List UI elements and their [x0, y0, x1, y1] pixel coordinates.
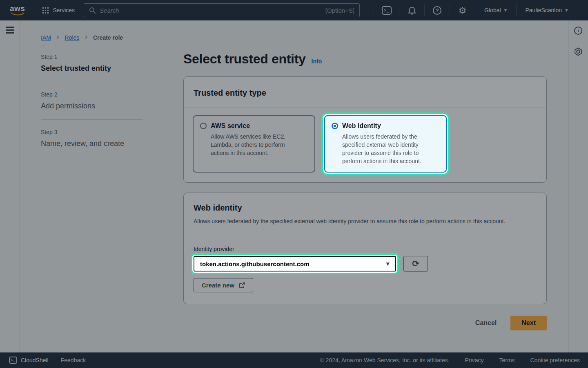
- web-identity-card: Web identity Allows users federated by t…: [183, 193, 547, 304]
- search-shortcut-hint: [Option+S]: [325, 7, 354, 14]
- top-navigation-bar: aws Services [Option+S] >_: [0, 0, 588, 20]
- aws-smile-icon: [10, 12, 25, 16]
- feedback-link[interactable]: Feedback: [61, 357, 86, 364]
- right-rail: i: [568, 20, 588, 352]
- step-label: Step 3: [41, 129, 143, 135]
- topbar-actions: >_ ? ⚙ Global ▼ PaulieScanlon ▼: [374, 0, 577, 20]
- cookie-preferences-link[interactable]: Cookie preferences: [530, 357, 580, 364]
- cloudshell-button[interactable]: >_: [374, 0, 399, 20]
- terms-link[interactable]: Terms: [499, 357, 514, 364]
- notifications-button[interactable]: [399, 0, 424, 20]
- breadcrumb-current: Create role: [93, 34, 123, 41]
- divider: [41, 119, 143, 120]
- aws-logo-text: aws: [10, 4, 25, 12]
- entity-option-description: Allow AWS services like EC2, Lambda, or …: [211, 132, 302, 157]
- step-title: Add permissions: [41, 102, 143, 110]
- wizard-step-3: Step 3 Name, review, and create: [41, 129, 143, 148]
- help-button[interactable]: ?: [425, 0, 450, 20]
- services-menu-button[interactable]: Services: [42, 7, 75, 13]
- card-header: Trusted entity type: [184, 77, 546, 108]
- radio-selected[interactable]: [332, 123, 338, 129]
- wizard-step-2: Step 2 Add permissions: [41, 91, 143, 110]
- search-input[interactable]: [100, 7, 322, 14]
- next-button[interactable]: Next: [510, 316, 547, 330]
- create-new-provider-button[interactable]: Create new: [194, 278, 253, 292]
- wizard-step-1: Step 1 Select trusted entity: [41, 54, 143, 73]
- aws-logo[interactable]: aws: [10, 4, 25, 16]
- main-content: IAM › Roles › Create role Step 1 Select …: [20, 20, 568, 352]
- chevron-down-icon: ▼: [386, 261, 390, 267]
- identity-provider-label: Identity provider: [194, 246, 537, 252]
- identity-provider-select[interactable]: token.actions.githubusercontent.com ▼: [194, 256, 396, 272]
- region-selector[interactable]: Global ▼: [475, 0, 516, 20]
- entity-option-aws-service[interactable]: AWS service Allow AWS services like EC2,…: [193, 115, 315, 173]
- card-description: Allows users federated by the specified …: [194, 217, 520, 226]
- footer-cloudshell-button[interactable]: >_ CloudShell: [9, 357, 49, 364]
- account-menu[interactable]: PaulieScanlon ▼: [517, 0, 577, 20]
- step-label: Step 1: [41, 54, 143, 60]
- cloudshell-label: CloudShell: [21, 357, 49, 364]
- left-rail: [0, 20, 20, 352]
- region-label: Global: [484, 7, 501, 13]
- search-icon: [89, 7, 96, 14]
- entity-option-description: Allows users federated by the specified …: [342, 132, 434, 165]
- privacy-link[interactable]: Privacy: [465, 357, 484, 364]
- create-new-label: Create new: [202, 282, 234, 289]
- page-title: Select trusted entity: [183, 52, 306, 67]
- info-link[interactable]: Info: [312, 58, 322, 65]
- divider: [34, 3, 34, 17]
- card-title: Web identity: [194, 203, 537, 213]
- radio-unselected[interactable]: [200, 123, 207, 129]
- breadcrumb-separator-icon: ›: [85, 33, 88, 42]
- step-title: Select trusted entity: [41, 64, 143, 73]
- divider: [41, 82, 143, 82]
- step-title: Name, review, and create: [41, 139, 143, 148]
- account-label: PaulieScanlon: [526, 7, 562, 13]
- entity-option-web-identity[interactable]: Web identity Allows users federated by t…: [324, 115, 447, 173]
- grid-icon: [42, 7, 49, 13]
- cancel-button[interactable]: Cancel: [475, 319, 497, 327]
- resources-panel-button[interactable]: [568, 41, 588, 62]
- search-box[interactable]: [Option+S]: [84, 3, 360, 17]
- settings-button[interactable]: ⚙: [450, 0, 475, 20]
- refresh-icon: ⟳: [412, 259, 419, 269]
- entity-option-label: Web identity: [342, 122, 381, 130]
- hexagon-icon: [574, 47, 583, 56]
- terminal-icon: >_: [9, 357, 17, 364]
- hamburger-menu-icon[interactable]: [6, 27, 20, 34]
- breadcrumb-roles-link[interactable]: Roles: [65, 34, 80, 41]
- trusted-entity-type-card: Trusted entity type AWS service Allow AW…: [183, 76, 547, 183]
- chevron-down-icon: ▼: [504, 8, 507, 12]
- help-icon: ?: [433, 6, 441, 15]
- card-title: Trusted entity type: [194, 88, 537, 98]
- chevron-down-icon: ▼: [565, 8, 568, 12]
- copyright-text: © 2024, Amazon Web Services, Inc. or its…: [320, 357, 449, 364]
- card-header: Web identity Allows users federated by t…: [184, 193, 546, 235]
- breadcrumb-separator-icon: ›: [56, 33, 60, 42]
- bell-icon: [408, 6, 416, 15]
- breadcrumb: IAM › Roles › Create role: [41, 33, 123, 42]
- wizard-content: Select trusted entity Info Trusted entit…: [183, 49, 547, 330]
- info-icon: i: [574, 27, 582, 35]
- breadcrumb-iam-link[interactable]: IAM: [41, 34, 51, 41]
- info-panel-button[interactable]: i: [568, 20, 588, 41]
- external-link-icon: [239, 282, 245, 288]
- wizard-steps: Step 1 Select trusted entity Step 2 Add …: [41, 54, 143, 148]
- refresh-button[interactable]: ⟳: [403, 256, 428, 272]
- entity-option-label: AWS service: [211, 122, 250, 130]
- step-label: Step 2: [41, 91, 143, 98]
- gear-icon: ⚙: [459, 5, 467, 16]
- identity-provider-value: token.actions.githubusercontent.com: [200, 260, 310, 267]
- terminal-icon: >_: [382, 6, 392, 15]
- footer-bar: >_ CloudShell Feedback © 2024, Amazon We…: [0, 352, 588, 368]
- services-label: Services: [53, 7, 75, 13]
